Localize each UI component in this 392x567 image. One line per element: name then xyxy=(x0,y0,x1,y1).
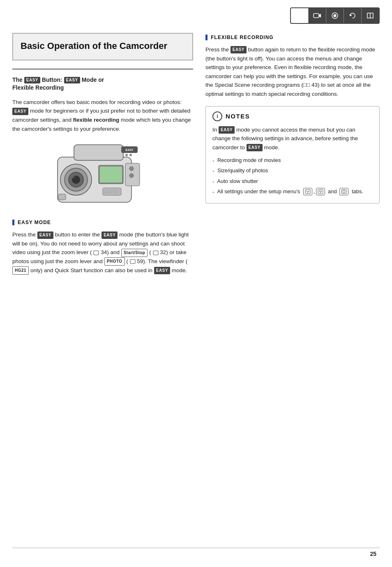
badge-easy-flex: EASY xyxy=(231,46,247,53)
svg-point-4 xyxy=(334,14,337,17)
camera-tab-icon[interactable] xyxy=(291,8,308,23)
tab-icon-2 xyxy=(316,188,325,195)
flexible-bar xyxy=(205,35,208,40)
notes-intro: In EASY mode you cannot access the menus… xyxy=(212,125,373,152)
book-tab-icon[interactable] xyxy=(362,8,379,23)
refresh-tab-icon[interactable] xyxy=(344,8,361,23)
ref-32-icon xyxy=(153,250,159,255)
tabs-end-text: tabs. xyxy=(350,187,363,196)
svg-point-16 xyxy=(129,154,132,156)
svg-rect-19 xyxy=(100,167,122,183)
svg-rect-35 xyxy=(130,259,135,264)
easy-mode-section-label: Easy Mode xyxy=(12,220,193,225)
badge-easy-mode-1: EASY xyxy=(37,231,53,239)
note-text-4: All settings under the setup menu's xyxy=(216,187,301,196)
notes-title: i Notes xyxy=(212,111,373,121)
right-column: Flexible Recording Press the EASY button… xyxy=(205,33,380,280)
svg-point-40 xyxy=(343,190,345,193)
note-text-2: Size/quality of photos xyxy=(216,166,268,175)
svg-point-15 xyxy=(125,154,128,156)
subheading-button: Button: xyxy=(42,76,64,83)
easy-button-subheading: The EASY Button: EASY Mode orFlexible Re… xyxy=(12,76,193,92)
note-text-1: Recording mode of movies xyxy=(216,156,281,165)
ref-34-icon xyxy=(93,250,99,255)
badge-easy-notes: EASY xyxy=(219,126,235,134)
easy-mode-text1: Press the xyxy=(12,231,37,238)
easy-mode-text4: ( xyxy=(149,249,151,255)
flexible-section-label: Flexible Recording xyxy=(205,35,380,40)
tab-icon-3 xyxy=(339,188,348,195)
svg-point-20 xyxy=(129,167,134,171)
badge-easy-mode-3: EASY xyxy=(154,267,170,274)
and-sep: and xyxy=(326,187,338,196)
subheading-the: The xyxy=(12,76,24,83)
body1-text1: The camcorder offers two basic modes for… xyxy=(12,99,182,105)
video-tab-icon[interactable] xyxy=(309,8,326,23)
notes-list: - Recording mode of movies - Size/qualit… xyxy=(212,156,373,196)
svg-rect-33 xyxy=(94,251,99,255)
tab-icons-group: , and xyxy=(303,187,349,196)
page-title: Basic Operation of the Camcorder xyxy=(21,40,185,52)
notes-intro-pre: In xyxy=(212,127,219,133)
flex-text1: Press the xyxy=(205,46,231,53)
svg-rect-34 xyxy=(153,251,158,255)
note-item-4: - All settings under the setup menu's , xyxy=(212,187,373,197)
notes-intro-post: mode you cannot access the menus but you… xyxy=(212,127,358,150)
bottom-rule xyxy=(12,548,380,548)
dash-1: - xyxy=(212,156,214,165)
note-text-3: Auto slow shutter xyxy=(216,177,258,186)
svg-text:EASY: EASY xyxy=(125,148,133,151)
camcorder-svg: EASY xyxy=(49,141,156,211)
flexible-paragraph: Press the EASY button again to return to… xyxy=(205,45,380,99)
body-paragraph-1: The camcorder offers two basic modes for… xyxy=(12,98,193,133)
badge-startstop: Start/Stop xyxy=(121,249,148,257)
note-item-1: - Recording mode of movies xyxy=(212,156,373,165)
left-column: Basic Operation of the Camcorder The EAS… xyxy=(12,33,193,280)
badge-photo: PHOTO xyxy=(104,257,125,266)
notes-label: Notes xyxy=(226,113,250,120)
body1-text2: mode for beginners or if you just prefer… xyxy=(12,108,191,132)
notes-intro-end: mode. xyxy=(264,144,280,150)
notes-i-char: i xyxy=(217,113,218,119)
svg-rect-12 xyxy=(74,145,123,160)
easy-mode-paragraph: Press the EASY button to enter the EASY … xyxy=(12,230,193,275)
flex-text2: button again to return to the flexible r… xyxy=(205,46,375,97)
dash-2: - xyxy=(212,167,214,176)
svg-rect-2 xyxy=(314,14,319,18)
section-rule xyxy=(12,69,193,69)
easy-mode-text7: mode. xyxy=(172,267,187,273)
easy-mode-ref59: 59). The viewfinder ( xyxy=(137,258,187,264)
badge-easy-body: EASY xyxy=(12,108,28,115)
dash-4: - xyxy=(212,187,214,197)
svg-point-1 xyxy=(298,15,301,18)
flexible-label: Flexible Recording xyxy=(211,35,274,40)
circle-tab-icon[interactable] xyxy=(326,8,344,23)
svg-rect-36 xyxy=(305,190,310,194)
camcorder-image: EASY xyxy=(12,141,193,211)
svg-point-11 xyxy=(72,176,75,178)
easy-mode-text6: only) and Quick Start function can also … xyxy=(30,267,154,273)
note-item-2: - Size/quality of photos xyxy=(212,166,373,176)
comma-sep: , xyxy=(314,187,315,196)
dash-3: - xyxy=(212,177,214,186)
svg-rect-32 xyxy=(58,194,66,200)
page-number: 25 xyxy=(370,551,376,557)
note-item-3: - Auto slow shutter xyxy=(212,177,373,186)
easy-mode-text5: ( xyxy=(126,258,128,264)
badge-hg21: HG21 xyxy=(12,266,29,275)
easy-mode-bar xyxy=(12,220,14,225)
easy-mode-label: Easy Mode xyxy=(18,220,51,225)
top-icon-bar xyxy=(290,7,380,24)
ref-59-icon xyxy=(130,259,136,264)
tab-icon-1 xyxy=(303,188,312,195)
notes-icon: i xyxy=(212,111,222,121)
badge-easy-1: EASY xyxy=(24,77,40,83)
title-box: Basic Operation of the Camcorder xyxy=(12,33,193,60)
badge-easy-mode-2: EASY xyxy=(101,231,118,239)
page-content: Basic Operation of the Camcorder The EAS… xyxy=(0,0,392,297)
easy-mode-ref34: 34) and xyxy=(101,249,121,255)
easy-mode-text2: button to enter the xyxy=(55,231,101,238)
badge-easy-2: EASY xyxy=(64,77,80,83)
svg-point-21 xyxy=(129,174,134,178)
svg-rect-0 xyxy=(296,14,303,19)
